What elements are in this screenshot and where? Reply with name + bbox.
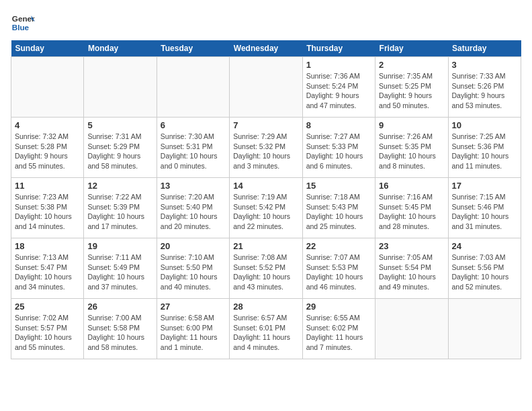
day-info: Sunrise: 7:30 AM Sunset: 5:31 PM Dayligh… bbox=[161, 132, 226, 171]
week-row-2: 4Sunrise: 7:32 AM Sunset: 5:28 PM Daylig… bbox=[11, 118, 521, 178]
calendar-cell bbox=[375, 299, 448, 359]
week-row-4: 18Sunrise: 7:13 AM Sunset: 5:47 PM Dayli… bbox=[11, 238, 521, 299]
day-info: Sunrise: 7:00 AM Sunset: 5:58 PM Dayligh… bbox=[87, 313, 152, 353]
day-info: Sunrise: 7:15 AM Sunset: 5:46 PM Dayligh… bbox=[452, 192, 517, 232]
week-row-1: 1Sunrise: 7:36 AM Sunset: 5:24 PM Daylig… bbox=[11, 57, 521, 118]
weekday-header-tuesday: Tuesday bbox=[157, 40, 229, 57]
day-info: Sunrise: 7:32 AM Sunset: 5:28 PM Dayligh… bbox=[15, 132, 80, 171]
day-info: Sunrise: 7:25 AM Sunset: 5:36 PM Dayligh… bbox=[452, 132, 517, 171]
day-info: Sunrise: 7:19 AM Sunset: 5:42 PM Dayligh… bbox=[233, 192, 298, 232]
day-info: Sunrise: 7:18 AM Sunset: 5:43 PM Dayligh… bbox=[306, 192, 371, 232]
calendar-cell bbox=[448, 299, 521, 359]
day-info: Sunrise: 7:36 AM Sunset: 5:24 PM Dayligh… bbox=[306, 71, 371, 111]
day-info: Sunrise: 7:03 AM Sunset: 5:56 PM Dayligh… bbox=[452, 253, 517, 292]
calendar-cell bbox=[157, 57, 229, 118]
day-info: Sunrise: 7:11 AM Sunset: 5:49 PM Dayligh… bbox=[87, 253, 152, 292]
day-number: 10 bbox=[452, 120, 517, 130]
day-info: Sunrise: 7:31 AM Sunset: 5:29 PM Dayligh… bbox=[87, 132, 152, 171]
header: General Blue bbox=[11, 11, 521, 35]
day-info: Sunrise: 7:07 AM Sunset: 5:53 PM Dayligh… bbox=[306, 253, 371, 292]
calendar-cell: 17Sunrise: 7:15 AM Sunset: 5:46 PM Dayli… bbox=[448, 178, 521, 238]
day-number: 2 bbox=[379, 60, 444, 70]
day-info: Sunrise: 7:13 AM Sunset: 5:47 PM Dayligh… bbox=[15, 253, 80, 292]
day-info: Sunrise: 7:23 AM Sunset: 5:38 PM Dayligh… bbox=[15, 192, 80, 232]
calendar-cell: 4Sunrise: 7:32 AM Sunset: 5:28 PM Daylig… bbox=[11, 118, 84, 178]
day-number: 1 bbox=[306, 60, 371, 70]
day-number: 3 bbox=[452, 60, 517, 70]
day-number: 4 bbox=[15, 120, 80, 130]
calendar-cell: 6Sunrise: 7:30 AM Sunset: 5:31 PM Daylig… bbox=[157, 118, 229, 178]
day-info: Sunrise: 7:05 AM Sunset: 5:54 PM Dayligh… bbox=[379, 253, 444, 292]
day-number: 21 bbox=[233, 241, 298, 251]
day-number: 7 bbox=[233, 120, 298, 130]
calendar-cell: 22Sunrise: 7:07 AM Sunset: 5:53 PM Dayli… bbox=[302, 238, 375, 299]
day-info: Sunrise: 6:55 AM Sunset: 6:02 PM Dayligh… bbox=[306, 313, 371, 353]
calendar-cell: 27Sunrise: 6:58 AM Sunset: 6:00 PM Dayli… bbox=[157, 299, 229, 359]
calendar-cell: 24Sunrise: 7:03 AM Sunset: 5:56 PM Dayli… bbox=[448, 238, 521, 299]
calendar-cell: 3Sunrise: 7:33 AM Sunset: 5:26 PM Daylig… bbox=[448, 57, 521, 118]
day-number: 9 bbox=[379, 120, 444, 130]
calendar-cell: 1Sunrise: 7:36 AM Sunset: 5:24 PM Daylig… bbox=[302, 57, 375, 118]
day-info: Sunrise: 7:27 AM Sunset: 5:33 PM Dayligh… bbox=[306, 132, 371, 171]
calendar-cell: 13Sunrise: 7:20 AM Sunset: 5:40 PM Dayli… bbox=[157, 178, 229, 238]
day-number: 14 bbox=[233, 181, 298, 191]
calendar-cell: 28Sunrise: 6:57 AM Sunset: 6:01 PM Dayli… bbox=[230, 299, 302, 359]
calendar-cell: 21Sunrise: 7:08 AM Sunset: 5:52 PM Dayli… bbox=[230, 238, 302, 299]
calendar-cell: 25Sunrise: 7:02 AM Sunset: 5:57 PM Dayli… bbox=[11, 299, 84, 359]
calendar-cell: 8Sunrise: 7:27 AM Sunset: 5:33 PM Daylig… bbox=[302, 118, 375, 178]
day-number: 6 bbox=[161, 120, 226, 130]
calendar-cell: 16Sunrise: 7:16 AM Sunset: 5:45 PM Dayli… bbox=[375, 178, 448, 238]
calendar-cell: 2Sunrise: 7:35 AM Sunset: 5:25 PM Daylig… bbox=[375, 57, 448, 118]
calendar-cell: 29Sunrise: 6:55 AM Sunset: 6:02 PM Dayli… bbox=[302, 299, 375, 359]
calendar-cell bbox=[11, 57, 84, 118]
calendar-cell: 15Sunrise: 7:18 AM Sunset: 5:43 PM Dayli… bbox=[302, 178, 375, 238]
day-info: Sunrise: 7:08 AM Sunset: 5:52 PM Dayligh… bbox=[233, 253, 298, 292]
logo-icon: General Blue bbox=[11, 11, 35, 35]
calendar-cell: 9Sunrise: 7:26 AM Sunset: 5:35 PM Daylig… bbox=[375, 118, 448, 178]
weekday-header-sunday: Sunday bbox=[11, 40, 84, 57]
day-number: 23 bbox=[379, 241, 444, 251]
weekday-header-row: SundayMondayTuesdayWednesdayThursdayFrid… bbox=[11, 40, 521, 57]
day-info: Sunrise: 7:22 AM Sunset: 5:39 PM Dayligh… bbox=[87, 192, 152, 232]
weekday-header-friday: Friday bbox=[375, 40, 448, 57]
day-number: 11 bbox=[15, 181, 80, 191]
svg-text:Blue: Blue bbox=[12, 23, 30, 32]
calendar: SundayMondayTuesdayWednesdayThursdayFrid… bbox=[11, 40, 521, 359]
calendar-cell: 14Sunrise: 7:19 AM Sunset: 5:42 PM Dayli… bbox=[230, 178, 302, 238]
day-info: Sunrise: 6:57 AM Sunset: 6:01 PM Dayligh… bbox=[233, 313, 298, 353]
weekday-header-thursday: Thursday bbox=[302, 40, 375, 57]
day-number: 12 bbox=[87, 181, 152, 191]
week-row-5: 25Sunrise: 7:02 AM Sunset: 5:57 PM Dayli… bbox=[11, 299, 521, 359]
day-number: 15 bbox=[306, 181, 371, 191]
day-number: 26 bbox=[87, 302, 152, 312]
day-info: Sunrise: 7:10 AM Sunset: 5:50 PM Dayligh… bbox=[161, 253, 226, 292]
day-info: Sunrise: 7:16 AM Sunset: 5:45 PM Dayligh… bbox=[379, 192, 444, 232]
day-info: Sunrise: 7:02 AM Sunset: 5:57 PM Dayligh… bbox=[15, 313, 80, 353]
calendar-cell: 12Sunrise: 7:22 AM Sunset: 5:39 PM Dayli… bbox=[84, 178, 157, 238]
day-info: Sunrise: 6:58 AM Sunset: 6:00 PM Dayligh… bbox=[161, 313, 226, 353]
calendar-cell: 20Sunrise: 7:10 AM Sunset: 5:50 PM Dayli… bbox=[157, 238, 229, 299]
calendar-cell: 7Sunrise: 7:29 AM Sunset: 5:32 PM Daylig… bbox=[230, 118, 302, 178]
day-number: 5 bbox=[87, 120, 152, 130]
day-number: 27 bbox=[161, 302, 226, 312]
calendar-cell: 11Sunrise: 7:23 AM Sunset: 5:38 PM Dayli… bbox=[11, 178, 84, 238]
day-number: 8 bbox=[306, 120, 371, 130]
logo: General Blue bbox=[11, 11, 35, 35]
day-info: Sunrise: 7:29 AM Sunset: 5:32 PM Dayligh… bbox=[233, 132, 298, 171]
weekday-header-saturday: Saturday bbox=[448, 40, 521, 57]
day-number: 22 bbox=[306, 241, 371, 251]
day-number: 25 bbox=[15, 302, 80, 312]
day-number: 24 bbox=[452, 241, 517, 251]
weekday-header-monday: Monday bbox=[84, 40, 157, 57]
calendar-cell: 5Sunrise: 7:31 AM Sunset: 5:29 PM Daylig… bbox=[84, 118, 157, 178]
day-number: 20 bbox=[161, 241, 226, 251]
calendar-cell bbox=[84, 57, 157, 118]
day-info: Sunrise: 7:33 AM Sunset: 5:26 PM Dayligh… bbox=[452, 71, 517, 111]
day-number: 17 bbox=[452, 181, 517, 191]
day-number: 18 bbox=[15, 241, 80, 251]
calendar-cell: 26Sunrise: 7:00 AM Sunset: 5:58 PM Dayli… bbox=[84, 299, 157, 359]
calendar-cell: 18Sunrise: 7:13 AM Sunset: 5:47 PM Dayli… bbox=[11, 238, 84, 299]
day-number: 19 bbox=[87, 241, 152, 251]
calendar-cell bbox=[230, 57, 302, 118]
day-number: 13 bbox=[161, 181, 226, 191]
